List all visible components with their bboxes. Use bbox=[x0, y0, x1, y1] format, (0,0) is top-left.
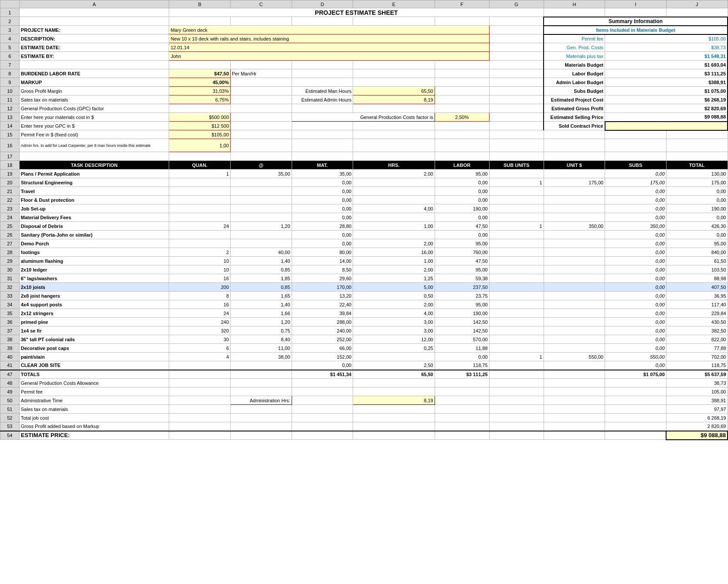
table-row: 21 Travel 0,00 0,00 0,00 0,00 bbox=[0, 187, 728, 196]
admin-hrs-label: Admin hrs. to add for Lead Carpenter, pe… bbox=[19, 139, 169, 152]
row-47-totals: 47 TOTALS $1 451,34 65,50 $3 111,25 $1 0… bbox=[0, 370, 728, 379]
permit-value[interactable]: $105,00 bbox=[169, 130, 231, 139]
col-g-header: G bbox=[489, 0, 544, 8]
sales-tax-sub-value: 97,97 bbox=[666, 405, 728, 414]
row-50: 50 Administrative Time Administration Hr… bbox=[0, 396, 728, 405]
labor-rate-unit: Per Man/Hr bbox=[231, 69, 292, 78]
admin-labor-label: Admin Labor Budget bbox=[544, 78, 605, 87]
row-48: 48 General Production Costs Allowance 38… bbox=[0, 379, 728, 387]
admin-hrs-sub-value[interactable]: 8,19 bbox=[353, 396, 435, 405]
table-row: 36 primed pine 240 1,20 288,00 3,00 142,… bbox=[0, 318, 728, 326]
table-row: 37 1x4 se fir 320 0,75 240,00 3,00 142,5… bbox=[0, 326, 728, 335]
gpc-factor-label: General Production Costs factor is bbox=[292, 113, 435, 122]
table-row: 30 2x10 ledger 10 0,85 8,50 2,00 95,00 0… bbox=[0, 265, 728, 274]
desc-value[interactable]: New 10 x 10 deck with rails and stairs, … bbox=[169, 34, 489, 43]
table-row: 35 2x12 stringers 24 1,66 39,84 4,00 190… bbox=[0, 309, 728, 318]
header-subs: SUBS bbox=[605, 161, 667, 170]
col-b-header: B bbox=[169, 0, 231, 8]
table-row: 23 Job Set-up 0,00 4,00 190,00 0,00 190,… bbox=[0, 204, 728, 213]
gpc-factor-value[interactable]: 2,50% bbox=[435, 113, 489, 122]
gross-margin-value[interactable]: 31,03% bbox=[169, 87, 231, 95]
est-man-hours-value[interactable]: 65,50 bbox=[353, 87, 435, 95]
subs-budget-value: $1 075,00 bbox=[605, 87, 728, 95]
table-row: 27 Demo Porch 0,00 2,00 95,00 0,00 95,00 bbox=[0, 239, 728, 248]
permit-fee-value: $105,00 bbox=[605, 34, 728, 43]
permit-fee-label: Permit fee bbox=[544, 34, 605, 43]
gpc-label: General Production Costs (GPC) factor bbox=[19, 104, 169, 113]
est-project-value: $6 268,19 bbox=[605, 95, 728, 104]
totals-total: $5 637,59 bbox=[666, 370, 728, 379]
col-d-header: D bbox=[292, 0, 353, 8]
est-gross-value: $2 820,69 bbox=[605, 104, 728, 113]
desc-label: DESCRIPTION: bbox=[19, 34, 169, 43]
table-row: 33 2x8 joist hangers 8 1,65 13,20 0,50 2… bbox=[0, 292, 728, 300]
row-51: 51 Sales tax on materials 97,97 bbox=[0, 405, 728, 414]
admin-hrs-sub-label: Administration Hrs: bbox=[231, 396, 292, 405]
est-date-value[interactable]: 12.01.14 bbox=[169, 43, 489, 52]
row-1: 1 PROJECT ESTIMATE SHEET bbox=[0, 8, 728, 17]
row-18-headers: 18 TASK DESCRIPTION QUAN. @ MAT. HRS. LA… bbox=[0, 161, 728, 170]
totals-mat: $1 451,34 bbox=[292, 370, 353, 379]
table-row: 29 aluminum flashing 10 1,40 14,00 1,00 … bbox=[0, 257, 728, 265]
gross-profit-markup-value: 2 820,69 bbox=[666, 422, 728, 431]
empty-1a bbox=[19, 8, 169, 17]
table-row: 28 footings 2 40,00 80,00 16,00 760,00 0… bbox=[0, 248, 728, 257]
table-row: 32 2x10 joists 200 0,85 170,00 5,00 237,… bbox=[0, 283, 728, 292]
row-4: 4 DESCRIPTION: New 10 x 10 deck with rai… bbox=[0, 34, 728, 43]
header-quan: QUAN. bbox=[169, 161, 231, 170]
table-row: 25 Disposal of Debris 24 1,20 28,80 1,00… bbox=[0, 222, 728, 231]
summary-title: Summary Information bbox=[544, 17, 728, 26]
est-by-value[interactable]: John bbox=[169, 52, 489, 61]
gross-profit-markup-label: Gross Profit added based on Markup bbox=[19, 422, 169, 431]
totals-label: TOTALS bbox=[19, 370, 169, 379]
est-admin-hours-value[interactable]: 8,19 bbox=[353, 95, 435, 104]
col-a-header: A bbox=[19, 0, 169, 8]
total-job-cost-label: Total job cost bbox=[19, 414, 169, 422]
header-sub-units: SUB UNITS bbox=[489, 161, 544, 170]
gen-prod-value: $38,73 bbox=[605, 43, 728, 52]
col-h-header: H bbox=[544, 0, 605, 8]
table-row: 38 36" tall PT colonial rails 30 8,40 25… bbox=[0, 335, 728, 344]
table-row: 31 6" lags/washers 16 1,85 29,60 1,25 59… bbox=[0, 274, 728, 283]
sales-tax-sub-label: Sales tax on materials bbox=[19, 405, 169, 414]
table-row: 41 CLEAR JOB SITE 0,00 2,50 118,75 0,00 … bbox=[0, 361, 728, 370]
est-date-label: ESTIMATE DATE: bbox=[19, 43, 169, 52]
empty-1j bbox=[666, 8, 728, 17]
admin-labor-value: $388,91 bbox=[605, 78, 728, 87]
est-gross-label: Estimated Gross Profit bbox=[544, 104, 605, 113]
project-name-label: PROJECT NAME: bbox=[19, 26, 169, 34]
est-man-hours-label: Estimated Man Hours bbox=[292, 87, 353, 95]
row-49: 49 Permit fee 105,00 bbox=[0, 387, 728, 396]
gen-prod-label: Gen. Prod. Costs bbox=[544, 43, 605, 52]
permit-sub-label: Permit fee bbox=[19, 387, 169, 396]
header-unit-s: UNIT $ bbox=[544, 161, 605, 170]
admin-hrs-value[interactable]: 1,00 bbox=[169, 139, 231, 152]
markup-value[interactable]: 45,00% bbox=[169, 78, 231, 87]
table-row: 40 paint/stain 4 38,00 152,00 0,00 1 550… bbox=[0, 353, 728, 361]
table-row: 19 Plans / Permit Application 1 35,00 35… bbox=[0, 170, 728, 178]
row-14: 14 Enter here your GPC in $ $12 500 Sold… bbox=[0, 122, 728, 130]
estimate-price-value: $9 088,88 bbox=[666, 431, 728, 440]
estimate-price-label: ESTIMATE PRICE: bbox=[19, 431, 169, 440]
est-admin-hours-label: Estimated Admin Hours bbox=[292, 95, 353, 104]
sales-tax-value[interactable]: 6,75% bbox=[169, 95, 231, 104]
est-by-label: ESTIMATE BY: bbox=[19, 52, 169, 61]
gpc-cost-value[interactable]: $12 500 bbox=[169, 122, 231, 130]
header-labor: LABOR bbox=[435, 161, 489, 170]
mat-cost-value[interactable]: $500 000 bbox=[169, 113, 231, 122]
spreadsheet: A B C D E F G H I J 1 PROJECT ESTIMATE S… bbox=[0, 0, 728, 440]
col-f-header: F bbox=[435, 0, 489, 8]
empty-1i bbox=[605, 8, 667, 17]
row-10: 10 Gross Profit Margin 31,03% Estimated … bbox=[0, 87, 728, 95]
row-5: 5 ESTIMATE DATE: 12.01.14 Gen. Prod. Cos… bbox=[0, 43, 728, 52]
sold-contract-value[interactable] bbox=[605, 122, 728, 130]
row-3: 3 PROJECT NAME: Mary Green deck Items In… bbox=[0, 26, 728, 34]
row-52: 52 Total job cost 6 268,19 bbox=[0, 414, 728, 422]
row-12: 12 General Production Costs (GPC) factor… bbox=[0, 104, 728, 113]
sheet-title: PROJECT ESTIMATE SHEET bbox=[169, 8, 544, 17]
table-row: 22 Floor & Dust protection 0,00 0,00 0,0… bbox=[0, 196, 728, 204]
project-name-value[interactable]: Mary Green deck bbox=[169, 26, 489, 34]
column-header-row: A B C D E F G H I J bbox=[0, 0, 728, 8]
totals-subs: $1 075,00 bbox=[605, 370, 667, 379]
labor-rate-value[interactable]: $47,50 bbox=[169, 69, 231, 78]
